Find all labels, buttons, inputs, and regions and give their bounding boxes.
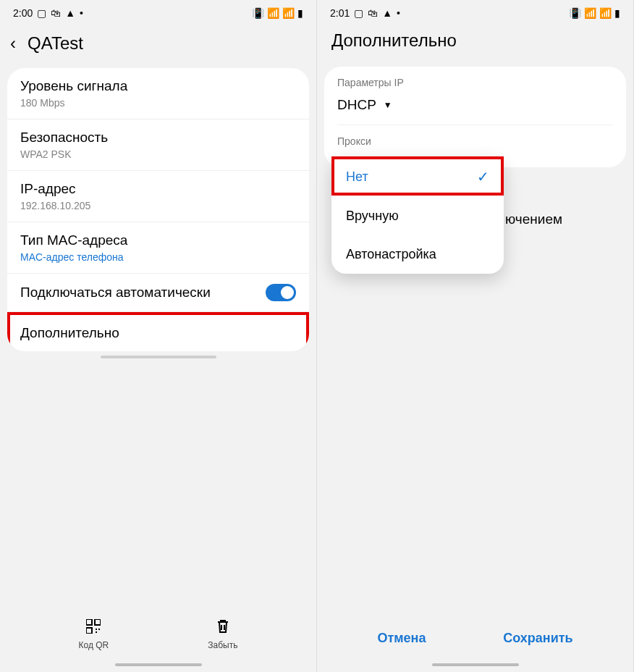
cancel-button[interactable]: Отмена — [377, 631, 426, 646]
status-time: 2:01 — [330, 7, 350, 19]
bottom-actions: Код QR Забыть — [0, 619, 316, 650]
proxy-dropdown-menu: Нет ✓ Вручную Автонастройка — [331, 156, 504, 274]
ip-params-label: Параметры IP — [337, 77, 613, 91]
row-mac-type[interactable]: Тип MAC-адреса MAC-адрес телефона — [7, 222, 309, 274]
proxy-option-auto[interactable]: Автонастройка — [331, 235, 504, 274]
row-title: Безопасность — [20, 130, 296, 146]
bottom-buttons: Отмена Сохранить — [317, 631, 633, 655]
wifi-icon: 📶 — [267, 8, 279, 18]
chevron-down-icon: ▼ — [384, 100, 392, 110]
auto-connect-toggle[interactable] — [266, 284, 296, 301]
network-details-card: Уровень сигнала 180 Mbps Безопасность WP… — [7, 68, 309, 351]
option-label: Автонастройка — [346, 247, 436, 262]
battery-icon: ▮ — [614, 8, 620, 18]
status-time: 2:00 — [13, 7, 33, 19]
row-sub: WPA2 PSK — [20, 148, 296, 160]
header: ‹ QATest — [0, 26, 316, 68]
warning-icon: ▲ — [382, 8, 392, 18]
dot-icon: • — [80, 8, 83, 18]
proxy-option-none[interactable]: Нет ✓ — [331, 156, 504, 197]
vibrate-icon: 📳 — [252, 8, 264, 18]
proxy-label: Прокси — [337, 135, 613, 150]
option-label: Нет — [346, 169, 368, 185]
svg-rect-4 — [98, 629, 100, 630]
svg-rect-0 — [86, 619, 92, 625]
metered-row-tail: ючением — [505, 211, 562, 227]
bag-icon: 🛍 — [51, 8, 61, 18]
svg-rect-1 — [95, 619, 101, 625]
signal-icon: 📶 — [282, 8, 295, 18]
svg-rect-3 — [96, 629, 97, 630]
battery-icon: ▮ — [297, 8, 303, 18]
ip-params-dropdown[interactable]: DHCP ▼ — [337, 91, 613, 125]
svg-rect-2 — [86, 628, 92, 634]
home-indicator[interactable] — [432, 663, 519, 666]
signal-icon: 📶 — [599, 8, 612, 18]
forget-button[interactable]: Забыть — [208, 619, 237, 650]
row-sub-link[interactable]: MAC-адрес телефона — [20, 251, 296, 263]
image-icon: ▢ — [354, 8, 363, 18]
vibrate-icon: 📳 — [569, 8, 581, 18]
qr-icon — [86, 619, 101, 637]
scroll-indicator — [101, 356, 216, 358]
ip-params-value: DHCP — [337, 97, 376, 113]
row-security[interactable]: Безопасность WPA2 PSK — [7, 119, 309, 171]
bag-icon: 🛍 — [368, 8, 378, 18]
phone-screen-advanced: 2:01 ▢ 🛍 ▲ • 📳 📶 📶 ▮ Дополнительно Парам… — [317, 0, 634, 672]
row-title: IP-адрес — [20, 181, 296, 197]
row-ip-address[interactable]: IP-адрес 192.168.10.205 — [7, 171, 309, 222]
row-sub: 192.168.10.205 — [20, 200, 296, 211]
back-icon[interactable]: ‹ — [10, 35, 16, 52]
check-icon: ✓ — [477, 168, 489, 185]
status-bar: 2:01 ▢ 🛍 ▲ • 📳 📶 📶 ▮ — [317, 0, 633, 26]
header: Дополнительно — [317, 26, 633, 67]
page-title: Дополнительно — [331, 30, 457, 51]
trash-icon — [216, 619, 229, 637]
row-title: Уровень сигнала — [20, 78, 296, 94]
svg-rect-5 — [96, 631, 97, 633]
row-title: Тип MAC-адреса — [20, 232, 296, 248]
dot-icon: • — [397, 8, 400, 18]
option-label: Вручную — [346, 209, 399, 224]
row-title: Подключаться автоматически — [20, 285, 211, 301]
phone-screen-network-details: 2:00 ▢ 🛍 ▲ • 📳 📶 📶 ▮ ‹ QATest Уровень си… — [0, 0, 317, 672]
warning-icon: ▲ — [65, 8, 75, 18]
row-title: Дополнительно — [20, 325, 296, 341]
advanced-card: Параметры IP DHCP ▼ Прокси — [324, 67, 626, 167]
row-signal-strength[interactable]: Уровень сигнала 180 Mbps — [7, 68, 309, 119]
status-bar: 2:00 ▢ 🛍 ▲ • 📳 📶 📶 ▮ — [0, 0, 316, 26]
row-advanced[interactable]: Дополнительно — [7, 312, 309, 351]
qr-code-button[interactable]: Код QR — [79, 619, 109, 650]
qr-label: Код QR — [79, 640, 109, 650]
home-indicator[interactable] — [115, 663, 202, 666]
row-auto-connect[interactable]: Подключаться автоматически — [7, 274, 309, 312]
page-title: QATest — [28, 33, 83, 54]
row-sub: 180 Mbps — [20, 97, 296, 109]
image-icon: ▢ — [37, 8, 46, 18]
save-button[interactable]: Сохранить — [503, 631, 572, 646]
wifi-icon: 📶 — [584, 8, 596, 18]
proxy-option-manual[interactable]: Вручную — [331, 197, 504, 235]
forget-label: Забыть — [208, 640, 237, 650]
